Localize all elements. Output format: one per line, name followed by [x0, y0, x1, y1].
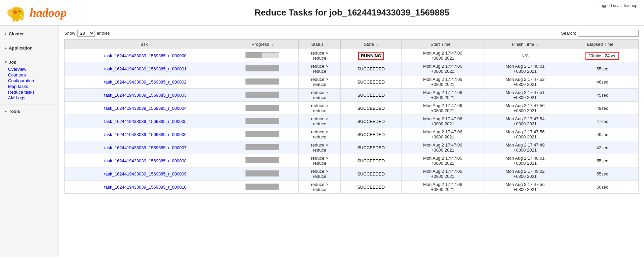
status-cell: reduce >reduce	[299, 49, 341, 62]
finish-time-cell: Mon Aug 2 17:48:01+0800 2021	[484, 154, 566, 167]
start-time-cell: Mon Aug 2 17:47:06+0800 2021	[402, 167, 484, 181]
job-arrow-icon: ▼	[4, 60, 7, 64]
logged-in-label: Logged in as: hadoop	[599, 3, 637, 8]
state-cell: SUCCEEDED	[341, 167, 402, 181]
sidebar-application[interactable]: ► Application	[4, 44, 54, 52]
status-cell: reduce >reduce	[299, 89, 341, 102]
application-arrow-icon: ►	[4, 46, 7, 50]
table-row: task_1624419433039_1569885_r_000002reduc…	[65, 75, 639, 89]
elapsed-time-cell: 49sec	[566, 102, 639, 115]
table-header-row: Task ↕ Progress ↕ Status ↕ State ↕ Start…	[65, 40, 639, 49]
col-status[interactable]: Status ↕	[299, 40, 341, 49]
svg-point-2	[7, 9, 13, 17]
col-task[interactable]: Task ↕	[65, 40, 226, 49]
page-title: Reduce Tasks for job_1624419433039_15698…	[67, 7, 637, 18]
svg-rect-5	[13, 18, 15, 22]
col-finish-time[interactable]: Finish Time ↕	[484, 40, 566, 49]
show-entries-bar: Show 20 10 25 50 100 entries Search:	[64, 30, 639, 37]
table-row: task_1624419433039_1569885_r_000001reduc…	[65, 62, 639, 75]
progress-cell	[226, 181, 299, 194]
col-elapsed-time[interactable]: Elapsed Time ↕	[566, 40, 639, 49]
state-cell: SUCCEEDED	[341, 128, 402, 141]
status-cell: reduce >reduce	[299, 75, 341, 89]
start-time-cell: Mon Aug 2 17:47:06+0800 2021	[402, 154, 484, 167]
col-start-time[interactable]: Start Time ↕	[402, 40, 484, 49]
state-cell: SUCCEEDED	[341, 154, 402, 167]
task-link[interactable]: task_1624419433039_1569885_r_000008	[104, 158, 187, 163]
sidebar-job-label: Job	[9, 60, 16, 65]
state-cell: SUCCEEDED	[341, 181, 402, 194]
state-cell: SUCCEEDED	[341, 62, 402, 75]
progress-cell	[226, 128, 299, 141]
task-link[interactable]: task_1624419433039_1569885_r_000005	[104, 119, 187, 124]
elapsed-time-cell: 55sec	[566, 154, 639, 167]
task-link[interactable]: task_1624419433039_1569885_r_000003	[104, 93, 187, 98]
task-cell: task_1624419433039_1569885_r_000003	[65, 89, 226, 102]
progress-cell	[226, 49, 299, 62]
task-cell: task_1624419433039_1569885_r_000007	[65, 141, 226, 154]
task-cell: task_1624419433039_1569885_r_000006	[65, 128, 226, 141]
sidebar-job[interactable]: ▼ Job	[4, 59, 54, 66]
elapsed-time-cell: 55sec	[566, 62, 639, 75]
main-content: Show 20 10 25 50 100 entries Search: Tas…	[59, 26, 644, 257]
start-time-cell: Mon Aug 2 17:47:06+0800 2021	[402, 115, 484, 128]
task-link[interactable]: task_1624419433039_1569885_r_000009	[104, 171, 187, 176]
status-cell: reduce >reduce	[299, 141, 341, 154]
finish-time-cell: Mon Aug 2 17:47:56+0800 2021	[484, 181, 566, 194]
elapsed-time-badge-running: 20mins, 24sec	[585, 52, 619, 60]
svg-point-3	[19, 11, 21, 12]
state-cell: RUNNING	[341, 49, 402, 62]
sidebar-link-reduce-tasks[interactable]: Reduce tasks	[8, 89, 54, 95]
state-badge-running: RUNNING	[358, 52, 384, 60]
finish-time-cell: Mon Aug 2 17:47:56+0800 2021	[484, 128, 566, 141]
sidebar-link-counters[interactable]: Counters	[8, 72, 54, 78]
finish-time-cell: N/A	[484, 49, 566, 62]
sidebar-application-label: Application	[9, 45, 33, 51]
finish-time-cell: Mon Aug 2 17:47:49+0800 2021	[484, 141, 566, 154]
table-row: task_1624419433039_1569885_r_000004reduc…	[65, 102, 639, 115]
table-row: task_1624419433039_1569885_r_000008reduc…	[65, 154, 639, 167]
sidebar-link-overview[interactable]: Overview	[8, 66, 54, 72]
progress-cell	[226, 115, 299, 128]
start-time-cell: Mon Aug 2 17:47:06+0800 2021	[402, 181, 484, 194]
task-link[interactable]: task_1624419433039_1569885_r_000006	[104, 132, 187, 137]
col-state[interactable]: State ↕	[341, 40, 402, 49]
logo: hadoop	[7, 3, 67, 22]
task-link[interactable]: task_1624419433039_1569885_r_000000	[104, 53, 187, 58]
finish-time-cell: Mon Aug 2 17:48:01+0800 2021	[484, 62, 566, 75]
task-link[interactable]: task_1624419433039_1569885_r_000001	[104, 66, 187, 71]
elapsed-time-cell: 42sec	[566, 141, 639, 154]
sidebar-link-am-logs[interactable]: AM Logs	[8, 95, 54, 101]
status-cell: reduce >reduce	[299, 62, 341, 75]
sidebar-link-map-tasks[interactable]: Map tasks	[8, 84, 54, 89]
task-link[interactable]: task_1624419433039_1569885_r_000004	[104, 106, 187, 111]
start-time-cell: Mon Aug 2 17:47:06+0800 2021	[402, 75, 484, 89]
svg-point-7	[13, 10, 17, 14]
sidebar: ► Cluster ► Application ▼ Job Overview C…	[0, 26, 59, 257]
search-label: Search:	[561, 31, 576, 36]
task-link[interactable]: task_1624419433039_1569885_r_000007	[104, 145, 187, 150]
elapsed-time-cell: 49sec	[566, 128, 639, 141]
col-progress[interactable]: Progress ↕	[226, 40, 299, 49]
table-row: task_1624419433039_1569885_r_000000reduc…	[65, 49, 639, 62]
status-cell: reduce >reduce	[299, 115, 341, 128]
task-link[interactable]: task_1624419433039_1569885_r_000002	[104, 79, 187, 85]
sidebar-tools[interactable]: ► Tools	[4, 108, 54, 115]
task-link[interactable]: task_1624419433039_1569885_r_000010	[104, 185, 187, 190]
hadoop-wordmark: hadoop	[30, 6, 67, 20]
task-cell: task_1624419433039_1569885_r_000008	[65, 154, 226, 167]
table-row: task_1624419433039_1569885_r_000005reduc…	[65, 115, 639, 128]
table-row: task_1624419433039_1569885_r_000003reduc…	[65, 89, 639, 102]
sidebar-tools-label: Tools	[9, 109, 20, 114]
task-cell: task_1624419433039_1569885_r_000000	[65, 49, 226, 62]
show-entries-select[interactable]: 20 10 25 50 100	[77, 30, 95, 37]
sidebar-link-configuration[interactable]: Configuration	[8, 78, 54, 84]
state-cell: SUCCEEDED	[341, 115, 402, 128]
job-links: Overview Counters Configuration Map task…	[4, 66, 54, 101]
table-row: task_1624419433039_1569885_r_000010reduc…	[65, 181, 639, 194]
elapsed-time-cell: 55sec	[566, 167, 639, 181]
search-input[interactable]	[578, 30, 639, 37]
start-time-cell: Mon Aug 2 17:47:06+0800 2021	[402, 62, 484, 75]
sidebar-cluster[interactable]: ► Cluster	[4, 30, 54, 37]
tools-arrow-icon: ►	[4, 109, 7, 113]
